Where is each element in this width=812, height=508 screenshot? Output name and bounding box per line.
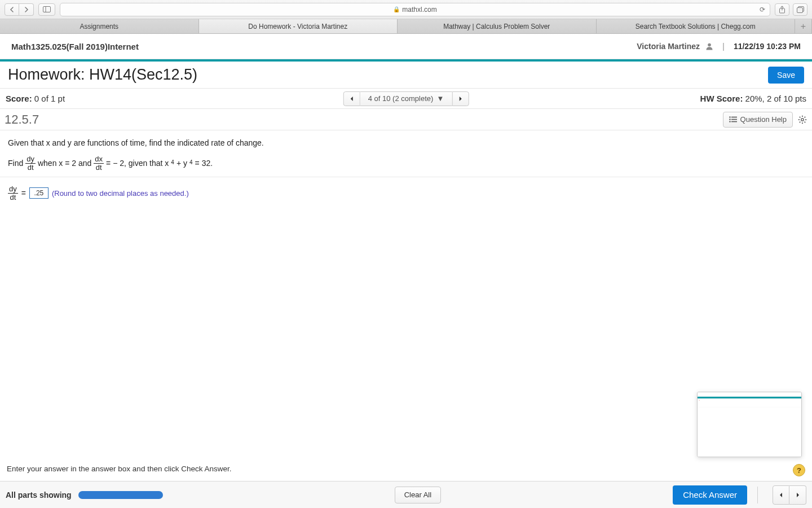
question-nav-label: 4 of 10 (2 complete) <box>368 94 434 103</box>
svg-rect-11 <box>731 121 737 122</box>
svg-line-18 <box>805 121 806 122</box>
question-help-button[interactable]: Question Help <box>723 112 793 128</box>
gear-icon[interactable] <box>797 115 807 125</box>
homework-title: Homework: HW14(Sec12.5) <box>8 66 197 84</box>
browser-tab-strip: Assignments Do Homework - Victoria Marti… <box>0 19 812 34</box>
browser-tab[interactable]: Do Homework - Victoria Martinez <box>199 19 398 33</box>
sidebar-toggle-button[interactable] <box>38 3 55 16</box>
tabs-overview-button[interactable] <box>793 3 807 16</box>
instruction-text: Enter your answer in the answer box and … <box>0 460 812 478</box>
question-nav: 4 of 10 (2 complete) ▼ <box>343 91 469 106</box>
score-text: Score: 0 of 1 pt <box>6 94 65 103</box>
svg-point-10 <box>729 121 730 122</box>
svg-rect-7 <box>731 117 737 118</box>
svg-point-8 <box>729 119 730 120</box>
prev-question-button[interactable] <box>343 91 360 106</box>
answer-line: dydt = (Round to two decimal places as n… <box>8 185 804 201</box>
reload-icon[interactable]: ⟳ <box>760 6 765 14</box>
problem-body: Given that x and y are functions of time… <box>0 130 812 202</box>
question-number-row: 12.5.7 Question Help <box>0 109 812 130</box>
svg-point-12 <box>801 118 804 120</box>
svg-rect-4 <box>797 7 802 12</box>
share-button[interactable] <box>775 3 789 16</box>
next-question-button[interactable] <box>452 91 469 106</box>
tab-label: Do Homework - Victoria Martinez <box>248 23 347 30</box>
chevron-down-icon: ▼ <box>436 94 444 103</box>
svg-rect-0 <box>43 7 51 12</box>
browser-tab[interactable]: Search Textbook Solutions | Chegg.com <box>597 19 796 33</box>
svg-point-5 <box>708 43 711 47</box>
save-button[interactable]: Save <box>768 67 804 84</box>
score-row: Score: 0 of 1 pt 4 of 10 (2 complete) ▼ … <box>0 89 812 109</box>
footer-bar: All parts showing Clear All Check Answer <box>0 481 812 508</box>
svg-point-6 <box>729 116 730 117</box>
check-answer-button[interactable]: Check Answer <box>673 485 747 505</box>
progress-bar <box>78 491 163 499</box>
homework-title-row: Homework: HW14(Sec12.5) Save <box>0 62 812 89</box>
rounding-hint: (Round to two decimal places as needed.) <box>52 189 189 198</box>
list-icon <box>729 116 737 122</box>
tab-label: Search Textbook Solutions | Chegg.com <box>636 23 756 30</box>
datetime: 11/22/19 10:23 PM <box>734 42 801 51</box>
answer-input[interactable] <box>29 187 48 199</box>
nav-forward-button[interactable] <box>19 3 34 16</box>
footer-next-button[interactable] <box>789 485 806 505</box>
svg-line-17 <box>800 116 801 117</box>
tab-label: Mathway | Calculus Problem Solver <box>443 23 550 30</box>
parts-showing-label: All parts showing <box>6 491 72 500</box>
nav-back-button[interactable] <box>5 3 19 16</box>
url-host: mathxl.com <box>402 6 436 14</box>
user-icon[interactable] <box>705 42 713 50</box>
question-number: 12.5.7 <box>5 112 39 127</box>
lock-icon: 🔒 <box>393 6 400 12</box>
browser-tab[interactable]: Mathway | Calculus Problem Solver <box>398 19 597 33</box>
user-name[interactable]: Victoria Martinez <box>637 42 700 51</box>
clear-all-button[interactable]: Clear All <box>395 487 441 503</box>
problem-intro: Given that x and y are functions of time… <box>8 138 804 147</box>
new-tab-button[interactable]: + <box>795 19 812 33</box>
svg-line-20 <box>800 121 801 122</box>
problem-statement: Find dydt when x = 2 and dxdt = − 2, giv… <box>8 155 804 171</box>
svg-line-19 <box>805 116 806 117</box>
question-nav-dropdown[interactable]: 4 of 10 (2 complete) ▼ <box>360 91 452 106</box>
svg-rect-9 <box>731 119 737 120</box>
tab-label: Assignments <box>80 23 118 30</box>
question-help-label: Question Help <box>740 115 787 124</box>
help-badge-icon[interactable]: ? <box>793 464 805 476</box>
hw-score-text: HW Score: 20%, 2 of 10 pts <box>700 94 806 103</box>
app-header: Math1325.025(Fall 2019)Internet Victoria… <box>0 34 812 59</box>
footer-prev-button[interactable] <box>773 485 789 505</box>
course-title: Math1325.025(Fall 2019)Internet <box>11 42 139 51</box>
url-bar[interactable]: 🔒 mathxl.com ⟳ <box>60 3 770 16</box>
browser-tab[interactable]: Assignments <box>0 19 199 33</box>
thumbnail-preview[interactable] <box>697 392 802 457</box>
browser-toolbar: 🔒 mathxl.com ⟳ <box>0 0 812 19</box>
